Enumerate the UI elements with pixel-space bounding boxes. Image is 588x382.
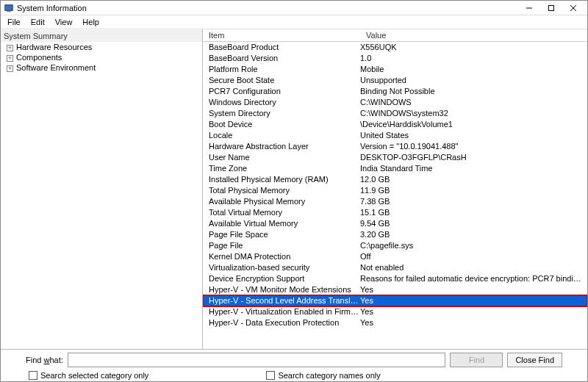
table-row[interactable]: Device Encryption SupportReasons for fai… xyxy=(203,273,587,284)
row-value: Version = "10.0.19041.488" xyxy=(360,141,587,152)
svg-rect-3 xyxy=(549,5,554,10)
row-value: C:\pagefile.sys xyxy=(360,240,587,251)
table-row[interactable]: Boot Device\Device\HarddiskVolume1 xyxy=(203,119,587,130)
menu-file[interactable]: File xyxy=(2,16,26,28)
tree-item[interactable]: +Hardware Resources xyxy=(1,42,202,52)
row-item: Total Physical Memory xyxy=(203,185,360,196)
row-item: Time Zone xyxy=(203,163,360,174)
table-row[interactable]: Virtualization-based securityNot enabled xyxy=(203,262,587,273)
table-row[interactable]: Kernel DMA ProtectionOff xyxy=(203,251,587,262)
svg-rect-0 xyxy=(5,4,13,10)
find-input[interactable] xyxy=(68,353,446,367)
tree-item[interactable]: +Software Environment xyxy=(1,62,202,73)
table-row[interactable]: Hyper-V - Data Execution ProtectionYes xyxy=(203,317,587,328)
tree-item-label: Software Environment xyxy=(16,63,96,72)
row-value: C:\WINDOWS xyxy=(360,97,587,108)
row-value: Reasons for failed automatic device encr… xyxy=(360,273,587,284)
row-value: Mobile xyxy=(360,64,587,75)
row-value: Off xyxy=(360,251,587,262)
checkbox-label: Search category names only xyxy=(278,371,380,380)
row-value: \Device\HarddiskVolume1 xyxy=(360,119,587,130)
system-information-window: System Information File Edit View Help S… xyxy=(0,0,588,382)
minimize-button[interactable] xyxy=(518,1,540,15)
category-tree[interactable]: System Summary +Hardware Resources+Compo… xyxy=(1,29,203,349)
row-value: C:\WINDOWS\system32 xyxy=(360,108,587,119)
row-item: Page File xyxy=(203,240,360,251)
row-item: Hyper-V - Second Level Address Translati… xyxy=(203,295,360,306)
table-row[interactable]: Hyper-V - VM Monitor Mode ExtensionsYes xyxy=(203,284,587,295)
find-what-label: Find what: xyxy=(26,356,63,364)
expander-icon[interactable]: + xyxy=(7,65,13,72)
list-header[interactable]: Item Value xyxy=(203,29,587,42)
close-find-button[interactable]: Close Find xyxy=(507,353,562,367)
row-value: Not enabled xyxy=(360,262,587,273)
row-value: India Standard Time xyxy=(360,163,587,174)
table-row[interactable]: BaseBoard Version1.0 xyxy=(203,53,587,64)
row-item: Secure Boot State xyxy=(203,75,360,86)
menubar: File Edit View Help xyxy=(1,15,587,29)
row-item: Hyper-V - Data Execution Protection xyxy=(203,317,360,328)
menu-view[interactable]: View xyxy=(50,16,78,28)
titlebar[interactable]: System Information xyxy=(1,1,587,15)
row-value: Yes xyxy=(360,306,587,317)
table-row[interactable]: Available Physical Memory7.38 GB xyxy=(203,196,587,207)
list-body[interactable]: BaseBoard ProductX556UQKBaseBoard Versio… xyxy=(203,42,587,349)
row-value: 7.38 GB xyxy=(360,196,587,207)
table-row[interactable]: Hardware Abstraction LayerVersion = "10.… xyxy=(203,141,587,152)
row-item: BaseBoard Product xyxy=(203,42,360,53)
row-item: Kernel DMA Protection xyxy=(203,251,360,262)
row-value: DESKTOP-O3FGFLP\CRasH xyxy=(360,152,587,163)
close-button[interactable] xyxy=(562,1,584,15)
table-row[interactable]: User NameDESKTOP-O3FGFLP\CRasH xyxy=(203,152,587,163)
row-value: 11.9 GB xyxy=(360,185,587,196)
row-value: Unsupported xyxy=(360,75,587,86)
tree-root-system-summary[interactable]: System Summary xyxy=(1,30,202,42)
table-row[interactable]: Hyper-V - Virtualization Enabled in Firm… xyxy=(203,306,587,317)
row-value: 1.0 xyxy=(360,53,587,64)
menu-edit[interactable]: Edit xyxy=(26,16,50,28)
table-row[interactable]: Total Physical Memory11.9 GB xyxy=(203,185,587,196)
checkbox-icon xyxy=(29,371,37,380)
row-item: Hardware Abstraction Layer xyxy=(203,141,360,152)
menu-help[interactable]: Help xyxy=(77,16,104,28)
search-category-names-checkbox[interactable]: Search category names only xyxy=(266,371,380,380)
table-row[interactable]: Available Virtual Memory9.54 GB xyxy=(203,218,587,229)
maximize-button[interactable] xyxy=(540,1,562,15)
search-selected-category-checkbox[interactable]: Search selected category only xyxy=(29,371,148,380)
table-row[interactable]: Installed Physical Memory (RAM)12.0 GB xyxy=(203,174,587,185)
table-row[interactable]: Page FileC:\pagefile.sys xyxy=(203,240,587,251)
tree-item[interactable]: +Components xyxy=(1,52,202,62)
window-title: System Information xyxy=(17,4,518,12)
tree-item-label: Components xyxy=(16,53,62,62)
table-row[interactable]: Hyper-V - Second Level Address Translati… xyxy=(203,295,587,306)
table-row[interactable]: System DirectoryC:\WINDOWS\system32 xyxy=(203,108,587,119)
row-item: Total Virtual Memory xyxy=(203,207,360,218)
column-header-value[interactable]: Value xyxy=(360,29,587,41)
window-controls xyxy=(518,1,584,15)
row-value: X556UQK xyxy=(360,42,587,53)
table-row[interactable]: Time ZoneIndia Standard Time xyxy=(203,163,587,174)
row-item: Windows Directory xyxy=(203,97,360,108)
table-row[interactable]: Platform RoleMobile xyxy=(203,64,587,75)
row-item: User Name xyxy=(203,152,360,163)
row-item: Platform Role xyxy=(203,64,360,75)
table-row[interactable]: LocaleUnited States xyxy=(203,130,587,141)
column-header-item[interactable]: Item xyxy=(203,29,360,41)
row-item: Hyper-V - VM Monitor Mode Extensions xyxy=(203,284,360,295)
row-value: 3.20 GB xyxy=(360,229,587,240)
row-item: Hyper-V - Virtualization Enabled in Firm… xyxy=(203,306,360,317)
expander-icon[interactable]: + xyxy=(7,55,13,62)
find-button[interactable]: Find xyxy=(450,353,503,367)
table-row[interactable]: PCR7 ConfigurationBinding Not Possible xyxy=(203,86,587,97)
content-body: System Summary +Hardware Resources+Compo… xyxy=(1,29,587,349)
table-row[interactable]: Page File Space3.20 GB xyxy=(203,229,587,240)
find-bar: Find what: Find Close Find Search select… xyxy=(1,349,587,381)
row-item: Available Physical Memory xyxy=(203,196,360,207)
expander-icon[interactable]: + xyxy=(7,45,13,51)
table-row[interactable]: Secure Boot StateUnsupported xyxy=(203,75,587,86)
checkbox-icon xyxy=(266,371,275,380)
row-value: 9.54 GB xyxy=(360,218,587,229)
table-row[interactable]: Windows DirectoryC:\WINDOWS xyxy=(203,97,587,108)
table-row[interactable]: BaseBoard ProductX556UQK xyxy=(203,42,587,53)
table-row[interactable]: Total Virtual Memory15.1 GB xyxy=(203,207,587,218)
